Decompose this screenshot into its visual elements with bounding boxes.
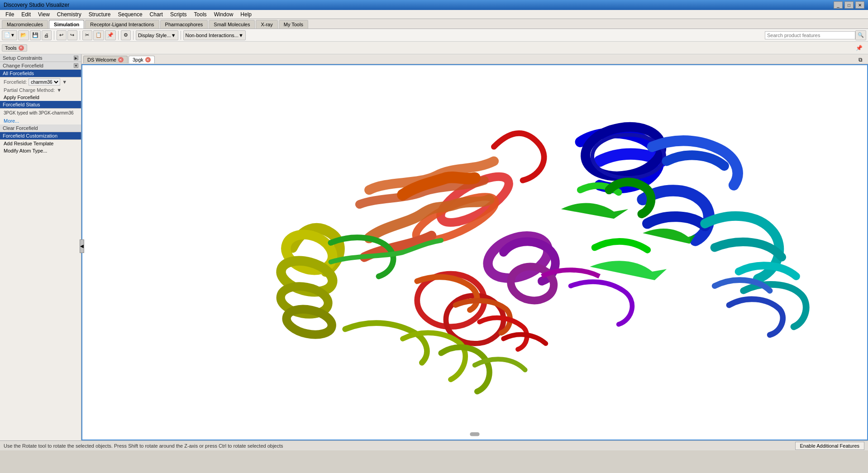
apply-forcefield-item[interactable]: Apply Forcefield [0,94,81,101]
sep4 [133,31,134,40]
viewport[interactable] [81,64,868,440]
nonbond-label: Non-bond Interactions... [186,33,238,38]
menu-structure[interactable]: Structure [85,10,114,19]
viewport-section: DS Welcome ✕ 3pgk ✕ ⧉ [81,54,868,440]
tab-ds-welcome[interactable]: DS Welcome ✕ [83,56,128,63]
partial-charge-dropdown-icon[interactable]: ▼ [57,87,62,93]
add-residue-link[interactable]: Add Residue Template [0,140,81,147]
search-bar: 🔍 [765,30,866,40]
section-clear-ff-label: Clear Forcefield [3,125,38,131]
forcefield-dropdown-icon: ▼ [62,79,67,85]
display-style-button[interactable]: Display Style... ▼ [136,30,178,40]
status-bar: Use the Rotate tool to rotate the select… [0,440,868,450]
app-title: Discovery Studio Visualizer [4,2,69,8]
nonbond-button[interactable]: Non-bond Interactions... ▼ [183,30,246,40]
cut-button[interactable]: ✂ [82,30,92,40]
pin-icon[interactable]: 📌 [856,45,866,51]
section-all-forcefields[interactable]: All Forcefields [0,70,81,77]
display-style-dropdown-icon: ▼ [171,33,176,38]
print-button[interactable]: 🖨 [42,30,52,40]
forcefield-select[interactable]: charmm36 [29,78,60,86]
title-bar: Discovery Studio Visualizer _ □ ✕ [0,0,868,10]
tools-panel-tab: Tools ✕ [2,44,27,52]
section-ff-status[interactable]: Forcefield Status [0,101,81,109]
menu-view[interactable]: View [34,10,53,19]
panel-collapse-button[interactable]: ◀ [80,239,84,253]
status-text: Use the Rotate tool to rotate the select… [4,443,283,449]
tab-simulation[interactable]: Simulation [49,20,84,29]
new-icon: 📄 [4,32,10,38]
menu-edit[interactable]: Edit [18,10,34,19]
forcefield-dropdown-row: Forcefield: charmm36 ▼ [0,77,81,86]
menu-bar: File Edit View Chemistry Structure Seque… [0,10,868,19]
paste-button[interactable]: 📌 [105,30,116,40]
modify-atom-link[interactable]: Modify Atom Type... [0,147,81,154]
open-button[interactable]: 📂 [18,30,29,40]
new-label: ▼ [10,33,15,38]
menu-scripts[interactable]: Scripts [167,10,191,19]
section-setup-constraints[interactable]: Setup Constraints ▶ [0,54,81,62]
sep5 [181,31,181,40]
molecule-visualization [82,65,867,440]
more-link[interactable]: More... [0,117,81,124]
section-all-ff-label: All Forcefields [3,71,34,76]
save-button[interactable]: 💾 [30,30,41,40]
enable-features-button[interactable]: Enable Additional Features [795,442,864,450]
minimize-button[interactable]: _ [834,1,843,9]
section-ff-status-label: Forcefield Status [3,102,40,107]
tab-receptor-ligand[interactable]: Receptor-Ligand Interactions [85,20,159,29]
ds-welcome-tab-close[interactable]: ✕ [118,57,124,62]
3pgk-tab-close[interactable]: ✕ [145,57,151,62]
section-clear-forcefield[interactable]: Clear Forcefield [0,124,81,132]
expand-setup-icon[interactable]: ▶ [74,56,78,60]
settings-button[interactable]: ⚙ [121,30,131,40]
section-setup-label: Setup Constraints [3,55,42,61]
new-button[interactable]: 📄 ▼ [2,30,17,40]
section-ff-customization[interactable]: Forcefield Customization [0,132,81,140]
search-input[interactable] [765,31,855,39]
menu-help[interactable]: Help [237,10,255,19]
viewport-tabs: DS Welcome ✕ 3pgk ✕ ⧉ [81,54,868,64]
tools-tab-close[interactable]: ✕ [19,45,24,51]
undo-button[interactable]: ↩ [57,30,67,40]
svg-rect-0 [139,65,811,440]
menu-file[interactable]: File [2,10,18,19]
section-change-ff-label: Change Forcefield [3,63,43,68]
ds-welcome-tab-label: DS Welcome [87,57,116,62]
collapse-arrow-icon: ◀ [80,244,84,248]
section-change-forcefield[interactable]: Change Forcefield ▼ [0,62,81,70]
menu-chart[interactable]: Chart [146,10,167,19]
ribbon-tabs: Macromolecules Simulation Receptor-Ligan… [0,19,868,29]
section-ff-custom-label: Forcefield Customization [3,133,57,139]
tab-3pgk[interactable]: 3pgk ✕ [129,56,155,63]
tab-small-molecules[interactable]: Small Molecules [209,20,255,29]
tab-xray[interactable]: X-ray [256,20,277,29]
tab-my-tools[interactable]: My Tools [279,20,308,29]
left-panel: Setup Constraints ▶ Change Forcefield ▼ … [0,54,81,440]
tab-pharmacophores[interactable]: Pharmacophores [160,20,208,29]
expand-change-ff-icon[interactable]: ▼ [74,63,78,68]
viewport-maximize-icon[interactable]: ⧉ [858,57,866,63]
forcefield-label-text: Forcefield: [4,79,27,85]
menu-sequence[interactable]: Sequence [114,10,146,19]
menu-window[interactable]: Window [210,10,237,19]
tools-tab-bar: Tools ✕ 📌 [0,42,868,54]
sep3 [118,31,119,40]
redo-button[interactable]: ↪ [67,30,77,40]
viewport-container: Setup Constraints ▶ Change Forcefield ▼ … [0,54,868,440]
tab-macromolecules[interactable]: Macromolecules [2,20,48,29]
maximize-button[interactable]: □ [844,1,854,9]
scroll-indicator [470,433,479,436]
menu-chemistry[interactable]: Chemistry [53,10,85,19]
content-area: Tools ✕ 📌 Setup Constraints ▶ Change For… [0,42,868,450]
copy-button[interactable]: 📋 [93,30,104,40]
title-bar-controls: _ □ ✕ [834,1,864,9]
sep1 [54,31,54,40]
menu-tools[interactable]: Tools [191,10,210,19]
close-button[interactable]: ✕ [855,1,864,9]
search-button[interactable]: 🔍 [855,30,866,40]
tools-tab-label: Tools [5,45,17,51]
partial-charge-label-text: Partial Charge Method: [4,87,55,93]
display-style-label: Display Style... [138,33,171,38]
3pgk-tab-label: 3pgk [133,57,143,62]
